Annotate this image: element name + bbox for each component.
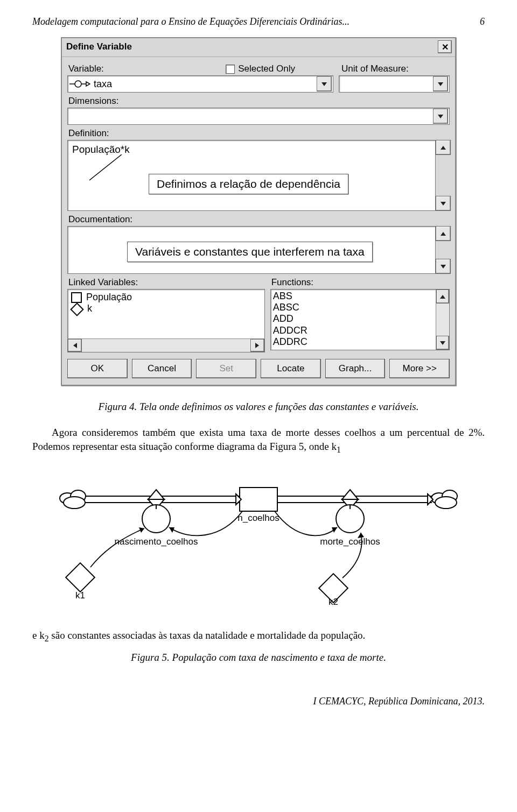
flow-variable-icon — [68, 79, 92, 89]
svg-point-10 — [435, 497, 457, 509]
chevron-right-icon — [255, 343, 259, 348]
locate-button[interactable]: Locate — [261, 359, 321, 378]
paragraph-1: Agora consideremos também que exista uma… — [32, 426, 485, 455]
variable-value: taxa — [92, 79, 316, 90]
linked-variables-label: Linked Variables: — [68, 277, 265, 288]
variable-dropdown-button[interactable] — [317, 76, 332, 91]
running-header: Modelagem computacional para o Ensino de… — [32, 16, 485, 27]
chevron-up-icon — [441, 146, 446, 150]
documentation-label: Documentation: — [68, 214, 450, 225]
hscroll-right[interactable] — [250, 339, 264, 352]
chevron-down-icon — [441, 265, 446, 269]
definition-value: População*k — [72, 144, 130, 155]
chevron-down-icon — [322, 82, 327, 86]
chevron-down-icon — [441, 202, 446, 206]
linked-variable-item[interactable]: k — [71, 303, 261, 314]
selected-only-label: Selected Only — [238, 63, 295, 74]
dimensions-dropdown[interactable] — [67, 108, 450, 125]
svg-line-4 — [89, 154, 122, 180]
chevron-up-icon — [440, 295, 445, 299]
dialog-titlebar: Define Variable ✕ — [62, 38, 455, 57]
nascimento-label: nascimento_coelhos — [115, 536, 198, 547]
chevron-down-icon — [438, 82, 443, 86]
svg-marker-3 — [86, 82, 90, 86]
variable-dropdown[interactable]: taxa — [67, 75, 333, 93]
chevron-down-icon — [440, 341, 445, 345]
svg-marker-19 — [342, 490, 358, 499]
svg-point-7 — [64, 497, 85, 509]
svg-marker-30 — [332, 527, 337, 533]
dimensions-label: Dimensions: — [68, 96, 450, 107]
page-footer: I CEMACYC, República Dominicana, 2013. — [32, 696, 485, 707]
function-item[interactable]: ABS — [273, 291, 447, 302]
vscroll-down[interactable] — [436, 336, 449, 350]
define-variable-dialog: Define Variable ✕ Variable: Selected Onl… — [61, 37, 456, 386]
unit-dropdown-button[interactable] — [433, 76, 448, 91]
svg-marker-15 — [148, 490, 164, 499]
figure5-caption: Figura 5. População com taxa de nascimen… — [32, 652, 485, 663]
functions-label: Functions: — [271, 277, 450, 288]
definition-textarea[interactable]: População*k Definimos a relação de depen… — [67, 140, 436, 211]
paragraph-2: e k2 são constantes associadas às taxas … — [32, 629, 485, 644]
function-item[interactable]: ABSC — [273, 302, 447, 313]
function-item[interactable]: ADD — [273, 313, 447, 324]
definition-scroll-down[interactable] — [436, 196, 451, 211]
chevron-down-icon — [438, 115, 443, 118]
ok-button[interactable]: OK — [67, 359, 128, 378]
documentation-scroll-down[interactable] — [436, 259, 451, 274]
svg-rect-26 — [66, 563, 95, 592]
variable-label: Variable: — [68, 63, 220, 74]
n-coelhos-label: n_coelhos — [237, 513, 280, 523]
definition-label: Definition: — [68, 128, 450, 139]
chevron-up-icon — [441, 232, 446, 236]
close-button[interactable]: ✕ — [438, 40, 452, 53]
stock-icon — [71, 292, 82, 303]
linked-variables-list[interactable]: População k — [67, 289, 265, 352]
cancel-button[interactable]: Cancel — [132, 359, 192, 378]
page-number: 6 — [480, 16, 485, 27]
hscroll-left[interactable] — [68, 339, 82, 352]
functions-vscroll[interactable] — [436, 290, 449, 350]
linked-variable-item[interactable]: População — [71, 292, 261, 303]
definition-scroll-up[interactable] — [436, 140, 451, 155]
cloud-sink-icon — [431, 490, 457, 509]
close-icon: ✕ — [442, 42, 449, 52]
functions-list[interactable]: ABS ABSC ADD ADDCR ADDRC — [270, 289, 450, 350]
svg-point-1 — [75, 81, 81, 87]
documentation-scroll-up[interactable] — [436, 226, 451, 241]
unit-dropdown[interactable] — [339, 75, 450, 93]
k2-label: k2 — [329, 597, 338, 605]
documentation-textarea[interactable]: Variáveis e constantes que interferem na… — [67, 226, 436, 274]
set-button[interactable]: Set — [196, 359, 256, 378]
svg-rect-23 — [240, 488, 277, 511]
constant-icon — [70, 302, 83, 316]
function-item[interactable]: ADDRC — [273, 336, 447, 348]
graph-button[interactable]: Graph... — [325, 359, 386, 378]
dimensions-dropdown-button[interactable] — [433, 109, 448, 124]
vscroll-up[interactable] — [436, 290, 449, 303]
cloud-source-icon — [60, 490, 86, 509]
figure4-caption: Figura 4. Tela onde definimos os valores… — [32, 401, 485, 413]
selected-only-checkbox[interactable] — [226, 65, 235, 74]
k1-label: k1 — [75, 590, 85, 601]
define-variable-screenshot: Define Variable ✕ Variable: Selected Onl… — [32, 37, 485, 386]
chevron-left-icon — [73, 343, 77, 348]
running-title: Modelagem computacional para o Ensino de… — [32, 16, 350, 27]
documentation-tooltip: Variáveis e constantes que interferem na… — [127, 242, 373, 262]
definition-tooltip: Definimos a relação de dependência — [149, 174, 348, 194]
figure5-diagram: nascimento_coelhos n_coelhos morte_coelh… — [32, 481, 485, 605]
more-button[interactable]: More >> — [389, 359, 450, 378]
dialog-title: Define Variable — [66, 41, 132, 52]
linked-variables-hscroll[interactable] — [68, 338, 264, 352]
morte-label: morte_coelhos — [320, 536, 380, 547]
unit-of-measure-label: Unit of Measure: — [341, 63, 450, 74]
function-item[interactable]: ADDCR — [273, 325, 447, 336]
